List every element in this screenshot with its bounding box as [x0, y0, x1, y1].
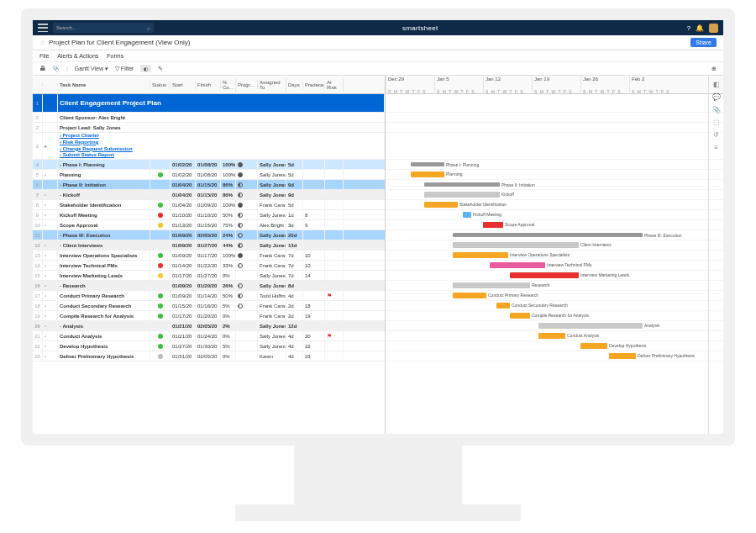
table-row[interactable]: 14▫ Interview Technical PMs 01/14/20 01/… — [33, 261, 385, 271]
table-row[interactable]: 15▫ Interview Marketing Leads 01/17/20 0… — [33, 271, 385, 281]
brand-logo: smartsheet — [402, 24, 438, 32]
gantt-pane: Dec 29S M T W T F SJan 5S M T W T F SJan… — [386, 76, 723, 434]
gantt-bar[interactable]: Phase I: Planning — [411, 162, 444, 166]
bell-icon[interactable]: 🔔 — [696, 24, 704, 32]
col-assigned[interactable]: Assigned To — [258, 78, 286, 92]
week-column: Jan 5S M T W T F S — [434, 76, 483, 94]
gantt-bar[interactable]: Stakeholder Identification — [424, 202, 458, 208]
gantt-bar[interactable]: Conduct Analysis — [538, 333, 565, 339]
gantt-bar[interactable]: Kickoff Meeting — [463, 212, 471, 218]
table-row[interactable]: 13▫ Interview Operations Specialists 01/… — [33, 251, 385, 261]
col-complete[interactable]: % Co... — [221, 78, 236, 92]
table-row[interactable]: 23▫ Deliver Preliminary Hypothesis 01/31… — [33, 351, 385, 361]
history-icon[interactable]: ↺ — [713, 131, 719, 139]
menu-file[interactable]: File — [39, 53, 49, 59]
gantt-row: Client Interviews — [386, 240, 723, 251]
gantt-bar[interactable]: Phase II: Initiation — [424, 182, 500, 187]
gantt-bar[interactable]: Develop Hypothesis — [580, 343, 607, 349]
attachments-icon[interactable]: 📎 — [712, 106, 721, 113]
gantt-bar[interactable]: Phase III: Execution — [453, 233, 643, 237]
gantt-bar[interactable]: Interview Marketing Leads — [510, 272, 579, 278]
gantt-bar[interactable]: Conduct Primary Research — [453, 293, 486, 298]
col-progress[interactable]: Progr... — [236, 81, 258, 89]
lead-row: 2Project Lead: Sally Jones — [33, 123, 385, 133]
table-row[interactable]: 19▫ Compile Research for Analysis 01/17/… — [33, 311, 385, 321]
right-toolbar: ◧ 💬 📎 ⬚ ↺ ≡ — [708, 76, 723, 434]
toolbar: 🖶 📎 | Gantt View ▾ ▽ Filter ◐ ✎ ⊕ — [33, 62, 723, 76]
week-column: Feb 2S M T W T F S — [629, 76, 678, 94]
gantt-row: Conduct Secondary Research — [386, 301, 723, 311]
avatar[interactable] — [709, 24, 718, 33]
search-input[interactable]: Search...⌕ — [53, 23, 154, 33]
table-row[interactable]: 17▫ Conduct Primary Research 01/09/20 01… — [33, 291, 385, 301]
col-finish[interactable]: Finish — [196, 81, 221, 89]
table-row[interactable]: 4 - Phase I: Planning 01/02/20 01/08/20 … — [33, 160, 385, 170]
star-icon[interactable]: ☆ — [39, 39, 45, 46]
proof-icon[interactable]: ⬚ — [713, 119, 720, 126]
table-row[interactable]: 18▫ Conduct Secondary Research 01/15/20 … — [33, 301, 385, 311]
week-column: Jan 19S M T W T F S — [532, 76, 580, 94]
table-row[interactable]: 21▫ Conduct Analysis 01/21/20 01/24/20 0… — [33, 331, 385, 341]
gantt-row: Interview Marketing Leads — [386, 271, 723, 281]
table-row[interactable]: 6 - Phase II: Initiation 01/04/20 01/15/… — [33, 180, 385, 190]
edit-icon[interactable]: ✎ — [158, 66, 163, 72]
activity-icon[interactable]: ◧ — [713, 81, 720, 88]
week-column: Jan 12S M T W T F S — [483, 76, 532, 94]
gantt-bar[interactable]: Compile Research for Analysis — [510, 313, 530, 319]
gantt-row: Research — [386, 281, 723, 291]
gantt-bar[interactable]: Client Interviews — [453, 242, 579, 248]
week-column: Dec 29S M T W T F S — [386, 76, 434, 94]
gantt-view-button[interactable]: Gantt View ▾ — [75, 66, 108, 72]
menu-alerts[interactable]: Alerts & Actions — [57, 53, 98, 59]
gantt-row: Interview Operations Specialists — [386, 251, 723, 261]
gantt-row: Develop Hypothesis — [386, 341, 723, 351]
gantt-bar[interactable]: Planning — [411, 172, 444, 177]
top-navbar: Search...⌕ smartsheet ? 🔔 — [33, 20, 723, 35]
col-task[interactable]: Task Name — [58, 81, 150, 89]
save-icon[interactable]: 🖶 — [39, 66, 45, 71]
gantt-row: Phase II: Initiation — [386, 180, 723, 190]
table-row[interactable]: 5▫ Planning 01/02/20 01/08/20 100% Sally… — [33, 170, 385, 180]
help-icon[interactable]: ? — [687, 24, 690, 32]
table-row[interactable]: 22▫ Develop Hypothesis 01/27/20 01/30/20… — [33, 341, 385, 351]
gantt-bar[interactable]: Interview Technical PMs — [490, 262, 545, 268]
share-button[interactable]: Share — [690, 38, 717, 47]
gantt-row: Phase I: Planning — [386, 160, 723, 170]
gantt-row: Analysis — [386, 321, 723, 331]
gantt-bar[interactable]: Research — [453, 282, 530, 288]
table-row[interactable]: 10▫ Scope Approval 01/13/20 01/15/20 75%… — [33, 220, 385, 230]
gantt-bar[interactable]: Kickoff — [424, 192, 500, 198]
table-row[interactable]: 12▫ - Client Interviews 01/09/20 01/27/2… — [33, 240, 385, 251]
project-header: 1Client Engagement Project Plan — [33, 94, 385, 113]
table-row[interactable]: 20▫ - Analysis 01/21/20 02/05/20 2% Sall… — [33, 321, 385, 331]
table-row[interactable]: 8▫ Stakeholder Identification 01/04/20 0… — [33, 200, 385, 210]
gantt-row: Kickoff — [386, 190, 723, 200]
toggle-pill[interactable]: ◐ — [140, 65, 151, 72]
attach-icon[interactable]: 📎 — [52, 66, 60, 72]
gantt-bar[interactable]: Deliver Preliminary Hypothesis — [609, 353, 636, 359]
gantt-row: Conduct Analysis — [386, 331, 723, 341]
table-row[interactable]: 11 - Phase III: Execution 01/09/20 02/05… — [33, 230, 385, 240]
col-pred[interactable]: Predece... — [303, 81, 325, 89]
col-days[interactable]: Days — [286, 81, 303, 89]
zoom-icon[interactable]: ⊕ — [711, 66, 717, 72]
menu-icon[interactable] — [38, 24, 48, 32]
menu-forms[interactable]: Forms — [107, 53, 123, 59]
table-row[interactable]: 7▫ - Kickoff 01/04/20 01/15/20 86% Sally… — [33, 190, 385, 200]
grid-header: Task Name Status Start Finish % Co... Pr… — [33, 76, 385, 94]
grid-pane: Task Name Status Start Finish % Co... Pr… — [33, 76, 386, 434]
col-start[interactable]: Start — [171, 81, 196, 89]
gantt-bar[interactable]: Scope Approval — [483, 222, 503, 228]
summary-icon[interactable]: ≡ — [714, 144, 718, 151]
filter-button[interactable]: ▽ Filter — [115, 66, 134, 72]
links-row: 3▸› Project Charter› Risk Reporting› Cha… — [33, 133, 385, 160]
gantt-bar[interactable]: Conduct Secondary Research — [496, 303, 510, 309]
col-status[interactable]: Status — [150, 81, 171, 89]
gantt-row: Interview Technical PMs — [386, 261, 723, 271]
comments-icon[interactable]: 💬 — [712, 93, 721, 101]
gantt-bar[interactable]: Analysis — [538, 323, 643, 329]
table-row[interactable]: 9▫ Kickoff Meeting 01/10/20 01/10/20 50%… — [33, 210, 385, 220]
col-risk[interactable]: At Risk — [325, 78, 344, 92]
gantt-bar[interactable]: Interview Operations Specialists — [453, 252, 508, 258]
table-row[interactable]: 16▫ - Research 01/09/20 01/20/20 26% Sal… — [33, 281, 385, 291]
